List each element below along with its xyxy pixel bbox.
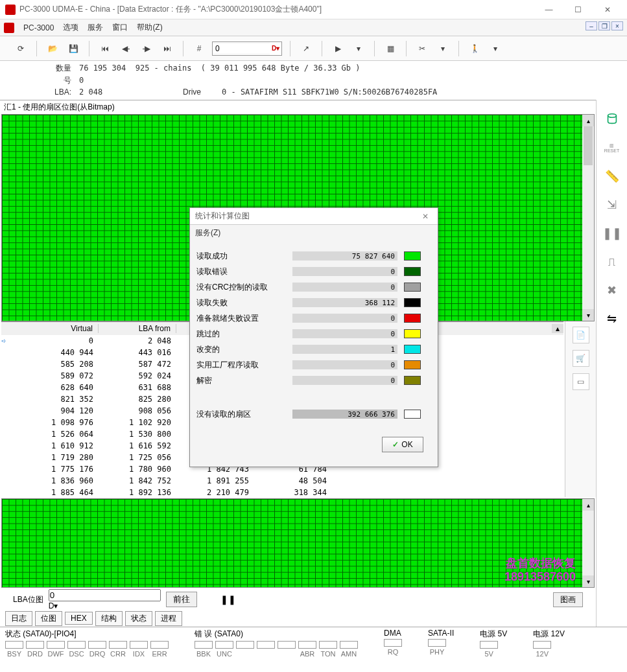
btn-grid-icon[interactable]: # xyxy=(191,41,207,56)
btn-save-icon[interactable]: 💾 xyxy=(65,41,81,56)
col-lbafrom[interactable]: LBA from xyxy=(99,324,176,333)
lba-downarrow-icon[interactable]: D▾ xyxy=(49,601,161,610)
stat-row: 读取失败368 112 xyxy=(196,297,431,308)
num-label: 号 xyxy=(13,75,71,86)
tab-structure[interactable]: 结构 xyxy=(95,611,123,626)
status-indicator: RQ xyxy=(384,639,402,656)
dialog-titlebar[interactable]: 统计和计算位图 ✕ xyxy=(190,208,438,225)
side-toggle-icon[interactable]: ⇋ xyxy=(603,310,621,328)
dialog-menu[interactable]: 服务(Z) xyxy=(190,225,438,241)
btn-refresh-icon[interactable]: ⟳ xyxy=(13,41,29,56)
menu-help[interactable]: 帮助(Z) xyxy=(137,22,162,33)
menu-bar: PC-3000 选项 服务 窗口 帮助(Z) – ❐ × xyxy=(0,19,627,36)
app-icon-small xyxy=(4,23,14,33)
checkmark-icon: ✓ xyxy=(392,440,399,449)
side-reset-icon[interactable]: ▥RESET xyxy=(603,139,621,157)
stat-row: 没有CRC控制的读取0 xyxy=(196,281,431,293)
dialog-ok-button[interactable]: ✓ OK xyxy=(382,437,423,452)
dialog-close-icon[interactable]: ✕ xyxy=(418,212,432,221)
btn-prev-icon[interactable]: ◀- xyxy=(118,41,134,56)
btn-exit-icon[interactable]: 🚶 xyxy=(467,41,482,56)
btn-matrix-icon[interactable]: ▦ xyxy=(383,41,398,56)
scroll-up-icon[interactable]: ▴ xyxy=(582,115,594,126)
side-document-icon[interactable]: 📄 xyxy=(573,327,589,343)
lba-field[interactable]: D▾ xyxy=(49,589,161,610)
col-virtual[interactable]: Virtual xyxy=(1,324,99,333)
map-button[interactable]: 图画 xyxy=(553,592,583,607)
btn-exit-dropdown-icon[interactable]: ▾ xyxy=(488,41,503,56)
status-bar: 状态 (SATA0)-[PIO4]BSYDRDDWFDSCDRQCRRIDXER… xyxy=(0,627,627,663)
table-row[interactable]: 1 836 9601 842 7521 891 25548 504 xyxy=(1,475,563,487)
menu-window[interactable]: 窗口 xyxy=(112,22,128,33)
stat-color-swatch xyxy=(404,345,421,354)
status-indicator xyxy=(278,641,296,658)
btn-play-icon[interactable]: ▶ xyxy=(330,41,346,56)
scroll-thumb[interactable] xyxy=(584,126,593,165)
stat-color-swatch xyxy=(404,267,421,276)
downarrow-icon[interactable]: D▾ xyxy=(270,42,281,55)
side-db-icon[interactable] xyxy=(603,110,621,128)
status-indicator: BSY xyxy=(5,641,23,658)
goto-button[interactable]: 前往 xyxy=(166,592,197,607)
drive-value: 0 - SATAFIRM S11 SBFK71W0 S/N:50026B7674… xyxy=(222,87,437,97)
side-chip-icon[interactable]: ⎍ xyxy=(603,253,621,271)
stat-label: 读取失败 xyxy=(196,297,292,308)
num-value: 0 xyxy=(79,76,84,85)
side-page-icon[interactable]: ▭ xyxy=(573,373,589,390)
close-button[interactable]: ✕ xyxy=(593,0,622,19)
table-scroll-up-icon[interactable]: ▴ xyxy=(552,324,563,333)
minimize-button[interactable]: — xyxy=(534,0,563,19)
toolbar-number-input[interactable] xyxy=(213,44,270,53)
scroll-up-icon[interactable]: ▴ xyxy=(582,499,594,511)
toolbar-number-field[interactable]: D▾ xyxy=(212,41,282,56)
btn-first-icon[interactable]: ⏮ xyxy=(97,41,113,56)
mdi-close[interactable]: × xyxy=(611,21,623,30)
btn-open-icon[interactable]: 📂 xyxy=(45,41,60,56)
tab-bitmap[interactable]: 位图 xyxy=(35,611,62,626)
menu-services[interactable]: 服务 xyxy=(88,22,103,33)
status-group: 电源 12V12V xyxy=(533,629,565,658)
stat-color-swatch xyxy=(404,314,421,323)
status-indicator xyxy=(236,641,254,658)
bitmap-scrollbar[interactable]: ▴ ▾ xyxy=(582,115,594,321)
bitmap-area-bottom[interactable]: ▴ ▾ 盘首数据恢复 18913587600 xyxy=(1,498,595,588)
tab-hex[interactable]: HEX xyxy=(65,612,93,625)
btn-tools-icon[interactable]: ✂ xyxy=(414,41,430,56)
svg-point-0 xyxy=(608,114,616,118)
stat-color-swatch xyxy=(404,251,421,261)
bottom-scrollbar[interactable]: ▴ ▾ xyxy=(582,499,594,587)
lba-value: 2 048 xyxy=(79,87,183,97)
lba-control-bar: LBA位图 D▾ 前往 ❚❚ 图画 xyxy=(0,589,596,610)
status-indicator: 5V xyxy=(480,641,498,658)
menu-options[interactable]: 选项 xyxy=(63,22,78,33)
qty-label: 数量 xyxy=(13,63,71,74)
btn-last-icon[interactable]: ⏭ xyxy=(160,41,175,56)
side-pause-icon[interactable]: ❚❚ xyxy=(603,224,621,242)
menu-app[interactable]: PC-3000 xyxy=(23,23,54,32)
scroll-down-icon[interactable]: ▾ xyxy=(582,575,594,587)
tab-log[interactable]: 日志 xyxy=(5,611,32,626)
scroll-down-icon[interactable]: ▾ xyxy=(582,309,594,321)
side-ruler-icon[interactable]: 📏 xyxy=(603,167,621,185)
tab-process[interactable]: 进程 xyxy=(155,611,182,626)
btn-play-dropdown-icon[interactable]: ▾ xyxy=(351,41,366,56)
side-measure-icon[interactable]: ⇲ xyxy=(603,196,621,214)
pause-icon[interactable]: ❚❚ xyxy=(220,594,236,605)
stat-color-swatch xyxy=(404,329,421,338)
stat-bar: 0 xyxy=(292,283,397,292)
btn-next-icon[interactable]: -▶ xyxy=(139,41,154,56)
btn-tools-dropdown-icon[interactable]: ▾ xyxy=(435,41,451,56)
side-xfile-icon[interactable]: ✖ xyxy=(603,281,621,299)
stat-row: 准备就绪失败设置0 xyxy=(196,312,431,324)
stat-row: 实用工厂程序读取0 xyxy=(196,359,431,371)
btn-export-icon[interactable]: ↗ xyxy=(298,41,314,56)
maximize-button[interactable]: ☐ xyxy=(563,0,593,19)
lba-input[interactable] xyxy=(49,589,161,601)
mdi-restore[interactable]: ❐ xyxy=(598,21,610,30)
mdi-minimize[interactable]: – xyxy=(586,21,597,30)
table-row[interactable]: 1 885 4641 892 1362 210 479318 344 xyxy=(1,487,563,497)
status-indicator: AMN xyxy=(340,641,358,658)
table-side-tools: 📄 🛒 ▭ xyxy=(565,321,596,497)
side-cart-icon[interactable]: 🛒 xyxy=(573,350,589,367)
tab-status[interactable]: 状态 xyxy=(125,611,152,626)
